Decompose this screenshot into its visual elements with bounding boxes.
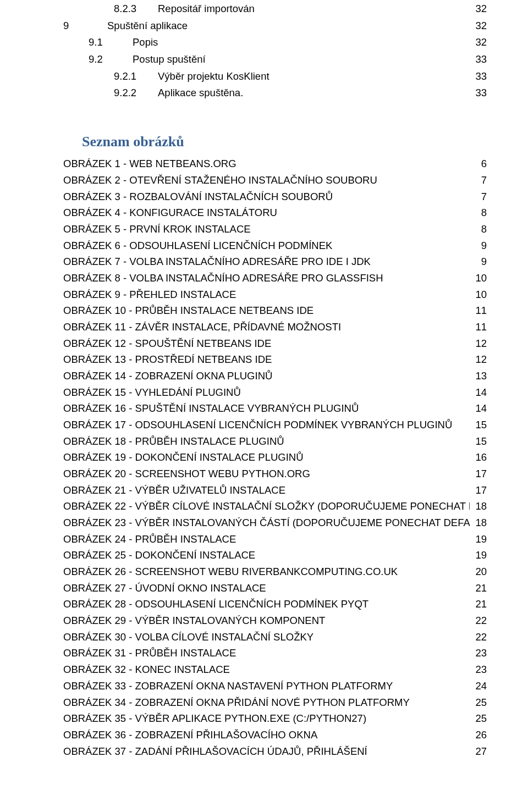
figure-row[interactable]: OBRÁZEK 16 - SPUŠTĚNÍ INSTALACE VYBRANÝC… — [63, 401, 487, 417]
figure-text: OBRÁZEK 5 - PRVNÍ KROK INSTALACE — [63, 222, 476, 237]
figure-row[interactable]: OBRÁZEK 5 - PRVNÍ KROK INSTALACE8 — [63, 222, 487, 237]
toc-row[interactable]: 9.2.1Výběr projektu KosKlient33 — [63, 69, 487, 85]
figures-heading: Seznam obrázků — [63, 131, 487, 153]
figure-row[interactable]: OBRÁZEK 35 - VÝBĚR APLIKACE PYTHON.EXE (… — [63, 711, 487, 727]
figure-row[interactable]: OBRÁZEK 30 - VOLBA CÍLOVÉ INSTALAČNÍ SLO… — [63, 629, 487, 645]
toc-row[interactable]: 9.2.2Aplikace spuštěna.33 — [63, 85, 487, 101]
figure-row[interactable]: OBRÁZEK 17 - ODSOUHLASENÍ LICENČNÍCH POD… — [63, 417, 487, 433]
figure-text: OBRÁZEK 31 - PRŮBĚH INSTALACE — [63, 645, 470, 661]
figure-text: OBRÁZEK 27 - ÚVODNÍ OKNO INSTALACE — [63, 581, 470, 596]
toc-page: 32 — [470, 18, 487, 34]
figure-row[interactable]: OBRÁZEK 29 - VÝBĚR INSTALOVANÝCH KOMPONE… — [63, 613, 487, 629]
figure-row[interactable]: OBRÁZEK 6 - ODSOUHLASENÍ LICENČNÍCH PODM… — [63, 238, 487, 254]
figure-text: OBRÁZEK 1 - WEB NETBEANS.ORG — [63, 156, 476, 172]
toc-row[interactable]: 8.2.3Repositář importován32 — [63, 1, 487, 17]
figure-text: OBRÁZEK 9 - PŘEHLED INSTALACE — [63, 287, 470, 303]
figure-row[interactable]: OBRÁZEK 9 - PŘEHLED INSTALACE10 — [63, 287, 487, 303]
figure-text: OBRÁZEK 8 - VOLBA INSTALAČNÍHO ADRESÁŘE … — [63, 270, 470, 286]
figure-row[interactable]: OBRÁZEK 32 - KONEC INSTALACE23 — [63, 662, 487, 678]
figure-page: 10 — [470, 270, 487, 286]
toc-row[interactable]: 9Spuštění aplikace32 — [63, 18, 487, 34]
toc-text: Aplikace spuštěna. — [158, 85, 243, 101]
figure-row[interactable]: OBRÁZEK 33 - ZOBRAZENÍ OKNA NASTAVENÍ PY… — [63, 678, 487, 694]
figure-row[interactable]: OBRÁZEK 28 - ODSOUHLASENÍ LICENČNÍCH POD… — [63, 596, 487, 612]
toc-left: 9.2.1Výběr projektu KosKlient — [63, 69, 270, 85]
figure-row[interactable]: OBRÁZEK 20 - SCREENSHOT WEBU PYTHON.ORG1… — [63, 466, 487, 482]
figure-row[interactable]: OBRÁZEK 19 - DOKONČENÍ INSTALACE PLUGINŮ… — [63, 450, 487, 466]
figure-page: 14 — [470, 385, 487, 401]
figure-row[interactable]: OBRÁZEK 31 - PRŮBĚH INSTALACE23 — [63, 645, 487, 661]
toc-text: Popis — [133, 35, 158, 51]
figure-text: OBRÁZEK 28 - ODSOUHLASENÍ LICENČNÍCH POD… — [63, 596, 470, 612]
figure-row[interactable]: OBRÁZEK 10 - PRŮBĚH INSTALACE NETBEANS I… — [63, 303, 487, 319]
figure-page: 25 — [470, 695, 487, 711]
figure-page: 13 — [470, 368, 487, 384]
figure-page: 8 — [476, 222, 487, 237]
figure-page: 26 — [470, 727, 487, 743]
toc-left: 9Spuštění aplikace — [63, 18, 188, 34]
figure-page: 24 — [470, 678, 487, 694]
figure-text: OBRÁZEK 34 - ZOBRAZENÍ OKNA PŘIDÁNÍ NOVÉ… — [63, 695, 470, 711]
toc-row[interactable]: 9.1Popis32 — [63, 35, 487, 51]
figure-row[interactable]: OBRÁZEK 13 - PROSTŘEDÍ NETBEANS IDE12 — [63, 352, 487, 368]
figure-row[interactable]: OBRÁZEK 23 - VÝBĚR INSTALOVANÝCH ČÁSTÍ (… — [63, 515, 487, 531]
figure-row[interactable]: OBRÁZEK 2 - OTEVŘENÍ STAŽENÉHO INSTALAČN… — [63, 173, 487, 189]
figure-row[interactable]: OBRÁZEK 12 - SPOUŠTĚNÍ NETBEANS IDE12 — [63, 336, 487, 352]
figure-page: 12 — [470, 352, 487, 368]
figure-text: OBRÁZEK 4 - KONFIGURACE INSTALÁTORU — [63, 205, 476, 221]
figure-page: 19 — [470, 548, 487, 564]
figure-text: OBRÁZEK 37 - ZADÁNÍ PŘIHLAŠOVACÍCH ÚDAJŮ… — [63, 744, 470, 760]
figures-list: OBRÁZEK 1 - WEB NETBEANS.ORG6OBRÁZEK 2 -… — [63, 156, 487, 759]
figure-text: OBRÁZEK 36 - ZOBRAZENÍ PŘIHLAŠOVACÍHO OK… — [63, 727, 470, 743]
figure-page: 21 — [470, 581, 487, 596]
figure-row[interactable]: OBRÁZEK 1 - WEB NETBEANS.ORG6 — [63, 156, 487, 172]
figure-row[interactable]: OBRÁZEK 15 - VYHLEDÁNÍ PLUGINŮ14 — [63, 385, 487, 401]
figure-page: 9 — [476, 238, 487, 254]
figure-row[interactable]: OBRÁZEK 37 - ZADÁNÍ PŘIHLAŠOVACÍCH ÚDAJŮ… — [63, 744, 487, 760]
figure-text: OBRÁZEK 25 - DOKONČENÍ INSTALACE — [63, 548, 470, 564]
figure-row[interactable]: OBRÁZEK 4 - KONFIGURACE INSTALÁTORU8 — [63, 205, 487, 221]
toc-page: 32 — [470, 35, 487, 51]
figure-page: 11 — [470, 319, 487, 335]
figure-row[interactable]: OBRÁZEK 3 - ROZBALOVÁNÍ INSTALAČNÍCH SOU… — [63, 189, 487, 205]
figure-row[interactable]: OBRÁZEK 8 - VOLBA INSTALAČNÍHO ADRESÁŘE … — [63, 270, 487, 286]
figure-page: 17 — [470, 466, 487, 482]
figure-row[interactable]: OBRÁZEK 21 - VÝBĚR UŽIVATELŮ INSTALACE17 — [63, 483, 487, 499]
figure-row[interactable]: OBRÁZEK 34 - ZOBRAZENÍ OKNA PŘIDÁNÍ NOVÉ… — [63, 695, 487, 711]
figure-page: 25 — [470, 711, 487, 727]
figure-text: OBRÁZEK 33 - ZOBRAZENÍ OKNA NASTAVENÍ PY… — [63, 678, 470, 694]
toc-list: 8.2.3Repositář importován329Spuštění apl… — [63, 1, 487, 101]
figure-text: OBRÁZEK 19 - DOKONČENÍ INSTALACE PLUGINŮ — [63, 450, 470, 466]
figure-text: OBRÁZEK 24 - PRŮBĚH INSTALACE — [63, 532, 470, 548]
figure-row[interactable]: OBRÁZEK 25 - DOKONČENÍ INSTALACE19 — [63, 548, 487, 564]
toc-page: 32 — [470, 1, 487, 17]
figure-row[interactable]: OBRÁZEK 11 - ZÁVĚR INSTALACE, PŘÍDAVNÉ M… — [63, 319, 487, 335]
figure-row[interactable]: OBRÁZEK 27 - ÚVODNÍ OKNO INSTALACE21 — [63, 581, 487, 596]
figure-page: 7 — [476, 189, 487, 205]
figure-row[interactable]: OBRÁZEK 7 - VOLBA INSTALAČNÍHO ADRESÁŘE … — [63, 254, 487, 270]
toc-page: 33 — [470, 69, 487, 85]
figure-page: 21 — [470, 596, 487, 612]
toc-left: 9.2Postup spuštění — [63, 52, 206, 68]
figure-page: 23 — [470, 645, 487, 661]
figure-row[interactable]: OBRÁZEK 24 - PRŮBĚH INSTALACE19 — [63, 532, 487, 548]
figure-page: 14 — [470, 401, 487, 417]
figure-page: 17 — [470, 483, 487, 499]
toc-row[interactable]: 9.2Postup spuštění33 — [63, 52, 487, 68]
figure-text: OBRÁZEK 30 - VOLBA CÍLOVÉ INSTALAČNÍ SLO… — [63, 629, 470, 645]
figure-row[interactable]: OBRÁZEK 36 - ZOBRAZENÍ PŘIHLAŠOVACÍHO OK… — [63, 727, 487, 743]
figure-page: 18 — [470, 515, 487, 531]
toc-number: 9.2.1 — [114, 69, 158, 85]
figure-row[interactable]: OBRÁZEK 18 - PRŮBĚH INSTALACE PLUGINŮ15 — [63, 434, 487, 450]
toc-text: Spuštění aplikace — [107, 18, 188, 34]
toc-left: 9.1Popis — [63, 35, 158, 51]
figure-text: OBRÁZEK 7 - VOLBA INSTALAČNÍHO ADRESÁŘE … — [63, 254, 476, 270]
figure-text: OBRÁZEK 14 - ZOBRAZENÍ OKNA PLUGINŮ — [63, 368, 470, 384]
figure-page: 7 — [476, 173, 487, 189]
toc-left: 8.2.3Repositář importován — [63, 1, 255, 17]
figure-page: 18 — [470, 499, 487, 515]
figure-row[interactable]: OBRÁZEK 26 - SCREENSHOT WEBU RIVERBANKCO… — [63, 564, 487, 580]
figure-row[interactable]: OBRÁZEK 14 - ZOBRAZENÍ OKNA PLUGINŮ13 — [63, 368, 487, 384]
figure-row[interactable]: OBRÁZEK 22 - VÝBĚR CÍLOVÉ INSTALAČNÍ SLO… — [63, 499, 487, 515]
figure-page: 10 — [470, 287, 487, 303]
